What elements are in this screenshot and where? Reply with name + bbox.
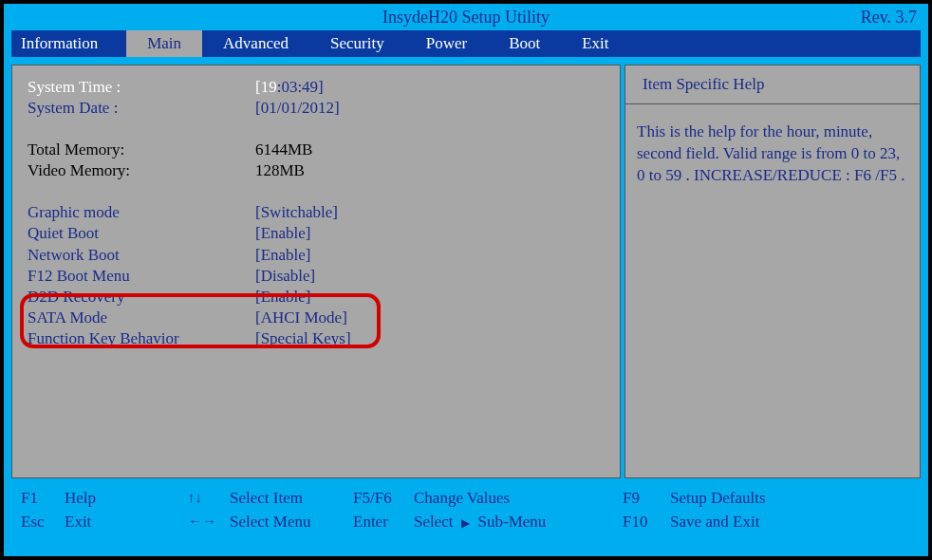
settings-panel: System Time : [19:03:49] System Date : [… — [11, 65, 621, 478]
hint-help: Help — [65, 489, 188, 508]
tab-advanced[interactable]: Advanced — [202, 30, 309, 57]
help-body: This is the help for the hour, minute, s… — [624, 104, 921, 478]
footer-hints: F1 Help ↑↓ Select Item F5/F6 Change Valu… — [11, 486, 921, 533]
graphic-mode-label: Graphic mode — [28, 202, 255, 223]
tab-boot[interactable]: Boot — [488, 30, 561, 57]
title-bar: InsydeH20 Setup Utility Rev. 3.7 — [4, 4, 928, 30]
system-date-label: System Date : — [28, 98, 255, 119]
sata-mode-label: SATA Mode — [28, 308, 255, 328]
hint-select-menu: Select Menu — [230, 513, 353, 532]
revision-label: Rev. 3.7 — [861, 8, 917, 28]
tab-information[interactable]: Information — [11, 30, 126, 57]
hint-key-f5f6: F5/F6 — [353, 489, 414, 508]
hint-change-values: Change Values — [414, 489, 623, 508]
quiet-boot-value[interactable]: [Enable] — [255, 223, 311, 244]
function-key-behavior-label: Function Key Behavior — [28, 328, 255, 349]
system-date-value[interactable]: [01/01/2012] — [255, 98, 340, 119]
hint-key-f10: F10 — [623, 513, 670, 532]
total-memory-label: Total Memory: — [28, 140, 255, 160]
tab-exit[interactable]: Exit — [561, 30, 629, 57]
video-memory-value: 128MB — [255, 160, 305, 181]
system-time-label: System Time : — [28, 77, 255, 98]
f12-boot-menu-value[interactable]: [Disable] — [255, 266, 315, 287]
hint-key-f9: F9 — [623, 489, 670, 508]
hint-save-exit: Save and Exit — [670, 513, 759, 532]
leftright-arrows-icon: ←→ — [188, 513, 230, 530]
graphic-mode-value[interactable]: [Switchable] — [255, 202, 338, 223]
quiet-boot-label: Quiet Boot — [28, 223, 255, 244]
hint-key-enter: Enter — [353, 513, 414, 532]
app-title: InsydeH20 Setup Utility — [4, 8, 928, 28]
hint-key-f1: F1 — [11, 489, 65, 508]
function-key-behavior-value[interactable]: [Special Keys] — [255, 328, 351, 349]
d2d-recovery-label: D2D Recovery — [28, 287, 255, 308]
tab-main[interactable]: Main — [126, 30, 202, 57]
help-title: Item Specific Help — [624, 65, 921, 104]
network-boot-value[interactable]: [Enable] — [255, 245, 311, 266]
tab-power[interactable]: Power — [405, 30, 488, 57]
video-memory-label: Video Memory: — [28, 160, 255, 181]
triangle-right-icon: ▶ — [461, 516, 470, 530]
hint-exit: Exit — [65, 513, 188, 532]
hint-select-item: Select Item — [230, 489, 353, 508]
network-boot-label: Network Boot — [28, 245, 255, 266]
f12-boot-menu-label: F12 Boot Menu — [28, 266, 255, 287]
d2d-recovery-value[interactable]: [Enable] — [255, 287, 311, 308]
tab-security[interactable]: Security — [309, 30, 405, 57]
updown-arrows-icon: ↑↓ — [188, 490, 230, 506]
menu-bar: Information Main Advanced Security Power… — [11, 30, 921, 57]
sata-mode-value[interactable]: [AHCI Mode] — [255, 308, 347, 328]
system-time-value[interactable]: [19:03:49] — [255, 77, 324, 98]
hint-key-esc: Esc — [11, 513, 65, 532]
total-memory-value: 6144MB — [255, 140, 312, 160]
hint-setup-defaults: Setup Defaults — [670, 489, 766, 508]
hint-select-submenu: Select ▶ Sub-Menu — [414, 513, 623, 532]
